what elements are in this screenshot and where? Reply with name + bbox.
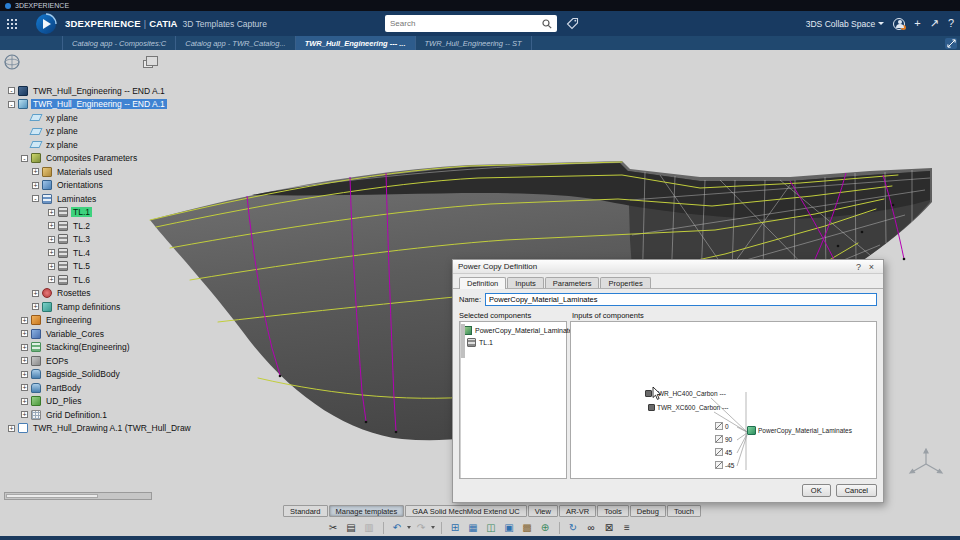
tree-item-engineering[interactable]: +Engineering (8, 314, 193, 328)
tree-item-label[interactable]: zx plane (44, 140, 80, 150)
expander-icon[interactable]: + (21, 344, 28, 351)
tree-item-label[interactable]: PartBody (44, 383, 83, 393)
tree-item-stacking[interactable]: +Stacking(Engineering) (8, 341, 193, 355)
tree-item-label[interactable]: Composites Parameters (44, 153, 139, 163)
tree-item-ramp-definitions[interactable]: +Ramp definitions (8, 300, 193, 314)
help-icon[interactable]: ? (948, 18, 954, 29)
expander-icon[interactable]: + (21, 411, 28, 418)
workshop-tab-manage-templates[interactable]: Manage templates (329, 505, 405, 517)
tree-item-materials-used[interactable]: +Materials used (8, 165, 193, 179)
tree-item-label[interactable]: TL.2 (71, 221, 92, 231)
lock-icon[interactable]: ⊠ (602, 520, 617, 535)
view-axis-triad-icon[interactable] (906, 448, 946, 480)
component-label[interactable]: TL.1 (479, 339, 493, 346)
material-label[interactable]: TWR_HC400_Carbon --- (654, 390, 726, 397)
tree-item-part-root[interactable]: -TWR_Hull_Engineering -- END A.1 (8, 98, 193, 112)
tree-item-label-selected[interactable]: TWR_Hull_Engineering -- END A.1 (31, 99, 167, 109)
tree-item-yz-plane[interactable]: yz plane (8, 125, 193, 139)
view-navigation-compass-icon[interactable] (3, 53, 21, 71)
tree-item-tl6[interactable]: +TL.6 (8, 273, 193, 287)
tree-item-label[interactable]: Orientations (55, 180, 105, 190)
tree-item-label[interactable]: Materials used (55, 167, 114, 177)
redo-options-caret-icon[interactable] (431, 526, 435, 529)
update-icon[interactable]: ↻ (566, 520, 581, 535)
tree-item-partbody[interactable]: +PartBody (8, 381, 193, 395)
tree-item-session-root[interactable]: -TWR_Hull_Engineering -- END A.1 (8, 84, 193, 98)
redo-icon[interactable]: ↷ (414, 520, 429, 535)
dialog-title-bar[interactable]: Power Copy Definition ? × (453, 260, 883, 274)
angle-value[interactable]: 90 (725, 436, 732, 443)
3ds-compass-logo-icon[interactable] (35, 13, 57, 35)
inputs-of-components-panel[interactable]: TWR_HC400_Carbon --- TWR_XC600_Carbon --… (570, 321, 877, 479)
tree-item-variable-cores[interactable]: +Variable_Cores (8, 327, 193, 341)
undo-icon[interactable]: ↶ (390, 520, 405, 535)
expander-icon[interactable]: - (32, 195, 39, 202)
expander-icon[interactable]: + (48, 209, 55, 216)
tree-item-orientations[interactable]: +Orientations (8, 179, 193, 193)
expander-icon[interactable]: + (32, 290, 39, 297)
tree-item-tl3[interactable]: +TL.3 (8, 233, 193, 247)
workshop-tab-ar-vr[interactable]: AR-VR (559, 505, 596, 517)
tree-item-label[interactable]: Engineering (44, 315, 93, 325)
tree-item-laminates[interactable]: -Laminates (8, 192, 193, 206)
tree-item-rosettes[interactable]: +Rosettes (8, 287, 193, 301)
tag-icon[interactable] (566, 17, 579, 30)
expander-icon[interactable]: + (48, 276, 55, 283)
tree-item-label[interactable]: xy plane (44, 113, 80, 123)
copy-icon[interactable]: ▤ (344, 520, 359, 535)
scrollbar-thumb[interactable] (6, 494, 98, 498)
tree-item-label[interactable]: Laminates (55, 194, 98, 204)
user-feature-icon[interactable]: ◫ (484, 520, 499, 535)
tree-item-label[interactable]: TWR_Hull_Drawing A.1 (TWR_Hull_Draw (31, 423, 193, 433)
angle-value[interactable]: 0 (725, 423, 729, 430)
tree-item-label[interactable]: TL.3 (71, 234, 92, 244)
tree-item-label[interactable]: TL.4 (71, 248, 92, 258)
graph-node-material-2[interactable]: TWR_XC600_Carbon --- (648, 404, 729, 411)
workshop-tab-gaa-solid[interactable]: GAA Solid MechMod Extend UC (405, 505, 527, 517)
tab-definition[interactable]: Definition (459, 277, 506, 289)
tab-parameters[interactable]: Parameters (545, 277, 600, 288)
expander-icon[interactable]: + (21, 317, 28, 324)
cut-icon[interactable]: ✂ (326, 520, 341, 535)
tree-item-zx-plane[interactable]: zx plane (8, 138, 193, 152)
fullscreen-icon[interactable] (945, 38, 957, 49)
tree-item-ud-plies[interactable]: +UD_Plies (8, 395, 193, 409)
reuse-pattern-icon[interactable]: ⊕ (538, 520, 553, 535)
tree-item-tl2[interactable]: +TL.2 (8, 219, 193, 233)
dialog-help-icon[interactable]: ? (852, 262, 865, 272)
tree-item-hull-drawing[interactable]: +TWR_Hull_Drawing A.1 (TWR_Hull_Draw (8, 422, 193, 436)
tab-inputs[interactable]: Inputs (507, 277, 543, 288)
tree-item-label[interactable]: Variable_Cores (44, 329, 106, 339)
add-content-icon[interactable]: + (914, 18, 920, 29)
doc-tab-hull-engineering-active[interactable]: TWR_Hull_Engineering --- ... (296, 36, 416, 50)
undo-options-caret-icon[interactable] (407, 526, 411, 529)
component-label[interactable]: PowerCopy_Material_Laminates (475, 327, 576, 334)
expander-icon[interactable]: + (8, 425, 15, 432)
tree-item-label[interactable]: Rosettes (55, 288, 93, 298)
app-menu-icon[interactable] (6, 18, 17, 29)
expander-icon[interactable]: + (48, 263, 55, 270)
workshop-tab-tools[interactable]: Tools (597, 505, 629, 517)
search-icon[interactable] (542, 19, 552, 29)
expander-icon[interactable]: + (48, 222, 55, 229)
graph-node-angle-45[interactable]: 45 (715, 448, 732, 456)
tree-item-label[interactable]: Stacking(Engineering) (44, 342, 132, 352)
overlapping-windows-icon[interactable] (143, 60, 153, 68)
expander-icon[interactable]: + (32, 303, 39, 310)
tree-item-label-highlighted[interactable]: TL.1 (71, 207, 92, 217)
ok-button[interactable]: OK (802, 484, 831, 497)
measure-icon[interactable]: ≡ (620, 520, 635, 535)
angle-value[interactable]: -45 (725, 462, 734, 469)
expander-icon[interactable]: - (8, 87, 15, 94)
panel-vertical-scrollbar[interactable] (460, 322, 461, 478)
expander-icon[interactable]: + (32, 168, 39, 175)
tree-item-label[interactable]: TL.5 (71, 261, 92, 271)
knowledge-pattern-icon[interactable]: ▣ (502, 520, 517, 535)
link-icon[interactable]: ∞ (584, 520, 599, 535)
share-icon[interactable]: ↗ (930, 18, 939, 29)
workshop-tab-standard[interactable]: Standard (283, 505, 327, 517)
component-item-powercopy[interactable]: PowerCopy_Material_Laminates (463, 324, 576, 336)
powercopy-name-input[interactable] (485, 293, 877, 306)
expander-icon[interactable]: - (21, 155, 28, 162)
tree-item-label[interactable]: yz plane (44, 126, 80, 136)
